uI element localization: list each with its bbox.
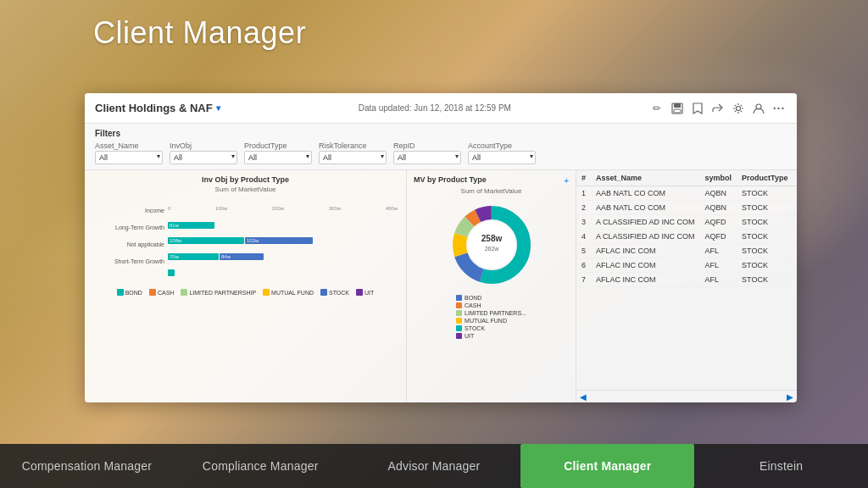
donut-svg: 258w 262w [445,198,538,291]
bar-row-longterm: 108w 102w [168,237,399,244]
bar-chart-bars: 0 100w 200w 300w 400w 61w [168,197,399,286]
bar-longterm-blue-label: 102w [245,238,259,243]
nav-item-client[interactable]: Client Manager [520,444,694,488]
date-text: Data updated: Jun 12, 2018 at 12:59 PM [359,103,511,113]
legend-stock-color [320,289,327,296]
filter-accounttype-value[interactable]: All▾ [468,151,536,164]
more-icon[interactable]: ··· [771,101,787,116]
bar-chart-title: Inv Obj by Product Type [92,175,399,184]
edit-icon[interactable]: ✏ [649,101,665,116]
bar-na-blue: 84w [220,253,264,260]
filter-asset-name-value[interactable]: All▾ [95,151,163,164]
cell-mv-5 [793,244,797,258]
nav-item-compliance[interactable]: Compliance Manager [174,444,348,488]
legend-cash-label: CASH [158,290,174,296]
filter-producttype-value[interactable]: All▾ [244,151,312,164]
y-axis: Income Long-Term Growth Not applicable S… [92,197,168,286]
cell-num-5: 5 [576,244,591,258]
legend-item-stock: STOCK [456,325,526,331]
bar-na-teal: 70w [168,253,219,260]
legend-item-mf: MUTUAL FUND [456,318,526,324]
col-header-asset: Asset_Name [591,170,700,186]
legend-item-cash: CASH [456,302,526,308]
legend-lp-dot [456,310,462,316]
legend-bond-color [117,289,124,296]
legend-mf-color [263,289,270,296]
cell-num-3: 3 [576,215,591,230]
cell-mv-6 [793,258,797,273]
cell-symbol-2: AQBN [700,201,737,215]
y-label-na: Not applicable [92,241,168,247]
cell-symbol-6: AFL [700,258,737,273]
cell-asset-2: AAB NATL CO COM [591,201,700,215]
y-label-longterm: Long-Term Growth [92,225,168,230]
legend-cash-color [149,289,156,296]
table-scroll[interactable]: # Asset_Name symbol ProductType MarketVa… [576,170,797,390]
legend-item-bond: BOND [456,295,526,301]
cell-num-6: 6 [576,258,591,273]
svg-point-12 [468,221,515,269]
cell-asset-5: AFLAC INC COM [591,244,700,258]
legend-stock-label: STOCK [329,290,349,296]
bar-longterm-teal-label: 108w [168,238,181,243]
table-nav-right[interactable]: ▶ [787,392,793,402]
legend-uit-color [356,289,363,296]
filter-invobj-value[interactable]: All▾ [170,151,237,164]
donut-expand-icon[interactable]: + [564,176,569,186]
bar-chart-section: Inv Obj by Product Type Sum of MarketVal… [85,170,407,402]
table-nav: ◀ ▶ [576,390,797,402]
panel-title-chevron-icon[interactable]: ▾ [216,103,220,113]
nav-item-einstein[interactable]: Einstein [694,444,868,488]
filter-invobj-label: InvObj [170,141,237,150]
bar-chart-subtitle: Sum of MarketValue [92,186,399,193]
legend-bond-label: BOND [125,290,142,296]
bar-shortterm-teal [168,269,175,276]
legend-lp-color [181,289,187,296]
cell-symbol-4: AQFD [700,230,737,244]
panel-date: Data updated: Jun 12, 2018 at 12:59 PM [359,103,511,113]
legend-bond-dot [456,295,462,301]
filters-section: Filters Asset_Name All▾ InvObj All▾ Prod… [85,124,797,170]
nav-item-compensation[interactable]: Compensation Manager [0,444,174,488]
filter-risktolerance-value[interactable]: All▾ [319,151,387,164]
nav-item-advisor[interactable]: Advisor Manager [348,444,521,488]
legend-uit-text: UIT [465,333,474,339]
table-header-row: # Asset_Name symbol ProductType MarketVa… [576,170,797,186]
bar-chart-body: Income Long-Term Growth Not applicable S… [92,197,399,286]
cell-symbol-1: AQBN [700,186,737,201]
table-row: 3 A CLASSIFIED AD INC COM AQFD STOCK [576,215,797,230]
cell-asset-3: A CLASSIFIED AD INC COM [591,215,700,230]
svg-rect-1 [674,103,681,108]
panel-header: Client Holdings & NAF ▾ Data updated: Ju… [85,93,797,124]
bar-income-teal-label: 61w [168,223,179,228]
bar-chart-legend: BOND CASH LIMITED PARTNERSHIP MUTUAL FUN… [92,289,399,296]
legend-lp-text: LIMITED PARTNERS... [465,310,526,316]
table-section: # Asset_Name symbol ProductType MarketVa… [576,170,797,402]
bookmark-icon[interactable] [690,101,705,116]
cell-mv-3 [793,215,797,230]
legend-cash: CASH [149,289,174,296]
nav-compliance-label: Compliance Manager [203,459,319,473]
legend-cash-dot [456,302,462,308]
x-label-0: 0 [168,206,170,211]
svg-text:262w: 262w [484,246,499,252]
legend-lp: LIMITED PARTNERSHIP [181,289,256,296]
table-nav-left[interactable]: ◀ [580,392,587,402]
bar-na-blue-label: 84w [220,254,231,259]
settings-icon[interactable] [731,101,746,116]
share-icon[interactable] [710,101,726,116]
legend-lp-label: LIMITED PARTNERSHIP [189,290,256,296]
bar-row-shortterm [168,269,399,276]
x-label-200: 200w [272,206,284,211]
filter-producttype-label: ProductType [244,141,312,150]
cell-product-7: STOCK [737,273,793,287]
save-icon[interactable] [670,101,685,116]
legend-mf-text: MUTUAL FUND [465,318,507,324]
filter-producttype: ProductType All▾ [244,141,312,164]
user-icon[interactable] [751,101,766,116]
cell-mv-2 [793,201,797,215]
legend-bond: BOND [117,289,142,296]
filters-label: Filters [95,129,787,138]
svg-text:258w: 258w [481,234,502,243]
filter-repid-value[interactable]: All▾ [393,151,461,164]
